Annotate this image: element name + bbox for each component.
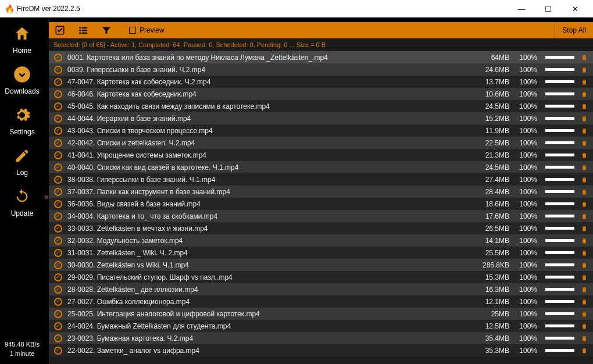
status-icon — [52, 188, 64, 196]
download-row[interactable]: 33-0033. Zettelkästen в мечтах и жизни.m… — [49, 222, 593, 234]
delete-icon[interactable] — [579, 237, 590, 244]
delete-icon[interactable] — [579, 78, 590, 85]
file-size: 17.6MB — [473, 212, 514, 220]
delete-icon[interactable] — [579, 298, 590, 305]
percent: 100% — [514, 115, 541, 123]
select-all-icon[interactable] — [53, 24, 66, 37]
collapse-sidebar-icon[interactable]: « — [44, 192, 49, 201]
delete-icon[interactable] — [579, 176, 590, 183]
nav-home[interactable]: Home — [12, 23, 33, 55]
percent: 100% — [514, 151, 541, 159]
download-row[interactable]: 23-0023. Бумажная картотека. Ч.2.mp435.4… — [49, 332, 593, 344]
file-size: 286.8KB — [473, 261, 514, 269]
delete-icon[interactable] — [579, 311, 590, 317]
download-row[interactable]: 42-0042. Списки и zettelkästen. Ч.2.mp42… — [49, 137, 593, 149]
download-row[interactable]: 0001. Картотека или база знаний по метод… — [49, 51, 593, 63]
delete-icon[interactable] — [579, 249, 590, 256]
progress-bar — [545, 166, 574, 169]
delete-icon[interactable] — [579, 274, 590, 281]
download-row[interactable]: 46-0046. Картотека как собеседник.mp410.… — [49, 88, 593, 100]
delete-icon[interactable] — [579, 213, 590, 220]
progress-bar — [545, 263, 574, 266]
delete-icon[interactable] — [579, 335, 590, 342]
close-button[interactable]: ✕ — [562, 0, 588, 17]
download-row[interactable]: 28-0028. Zettelkästen_ две иллюзии.mp416… — [49, 283, 593, 295]
download-row[interactable]: 22-0022. Заметки_ аналог vs цифра.mp435.… — [49, 344, 593, 356]
list-view-icon[interactable] — [77, 24, 90, 37]
file-name: 22-0022. Заметки_ аналог vs цифра.mp4 — [64, 347, 473, 355]
delete-icon[interactable] — [579, 188, 590, 195]
minimize-button[interactable]: — — [508, 0, 535, 17]
status-icon — [52, 322, 64, 330]
percent: 100% — [514, 286, 541, 294]
download-row[interactable]: 40-0040. Списки как вид связей в картоте… — [49, 161, 593, 173]
download-row[interactable]: 41-0041. Упрощение системы заметок.mp421… — [49, 149, 593, 161]
download-row[interactable]: 25-0025. Интеграция аналоговой и цифрово… — [49, 308, 593, 320]
maximize-button[interactable]: ☐ — [535, 0, 562, 17]
delete-icon[interactable] — [579, 115, 590, 122]
delete-icon[interactable] — [579, 103, 590, 110]
delete-icon[interactable] — [579, 262, 590, 269]
progress-bar — [545, 312, 574, 315]
download-row[interactable]: 31-0031. Zettelkästen _ Wiki. Ч. 2.mp425… — [49, 247, 593, 259]
file-size: 28.4MB — [473, 188, 514, 196]
download-row[interactable]: 43-0043. Списки в творческом процессе.mp… — [49, 124, 593, 137]
download-row[interactable]: 37-0037. Папки как инструмент в базе зна… — [49, 185, 593, 198]
preview-toggle[interactable]: Preview — [129, 26, 165, 34]
delete-icon[interactable] — [579, 152, 590, 159]
file-name: 30-0030. Zettelkästen vs Wiki. Ч.1.mp4 — [64, 261, 473, 269]
percent: 100% — [514, 53, 541, 62]
progress-bar — [545, 300, 574, 303]
download-row[interactable]: 0039. Гиперссылки в базе знаний. Ч.2.mp4… — [49, 63, 593, 76]
status-icon — [52, 115, 64, 123]
download-row[interactable]: 45-0045. Как находить связи между запися… — [49, 100, 593, 112]
nav-settings[interactable]: Settings — [9, 105, 34, 136]
delete-icon[interactable] — [579, 164, 590, 171]
download-row[interactable]: 32-0032. Модульность заметок.mp414.1MB10… — [49, 234, 593, 247]
filter-icon[interactable] — [100, 24, 113, 37]
delete-icon[interactable] — [579, 91, 590, 98]
file-name: 31-0031. Zettelkästen _ Wiki. Ч. 2.mp4 — [64, 249, 473, 257]
download-row[interactable]: 30-0030. Zettelkästen vs Wiki. Ч.1.mp428… — [49, 259, 593, 271]
file-name: 43-0043. Списки в творческом процессе.mp… — [64, 127, 473, 135]
delete-icon[interactable] — [579, 225, 590, 232]
progress-bar — [545, 129, 574, 132]
download-list[interactable]: 0001. Картотека или база знаний по метод… — [49, 51, 593, 364]
nav-downloads[interactable]: Downloads — [5, 64, 39, 95]
delete-icon[interactable] — [579, 66, 590, 73]
download-row[interactable]: 47-0047. Картотека как собеседник. Ч.2.m… — [49, 76, 593, 88]
nav-log[interactable]: Log — [12, 145, 33, 177]
nav-home-label: Home — [13, 47, 31, 55]
delete-icon[interactable] — [579, 127, 590, 134]
delete-icon[interactable] — [579, 54, 590, 61]
delete-icon[interactable] — [579, 140, 590, 147]
nav-log-label: Log — [16, 169, 28, 177]
percent: 100% — [514, 322, 541, 330]
percent: 100% — [514, 310, 541, 318]
pencil-icon — [12, 145, 33, 166]
status-icon — [52, 261, 64, 269]
download-row[interactable]: 44-0044. Иерархии в базе знаний.mp415.2M… — [49, 112, 593, 124]
status-icon — [52, 310, 64, 318]
delete-icon[interactable] — [579, 347, 590, 354]
download-row[interactable]: 34-0034. Картотека и то_ что за скобками… — [49, 210, 593, 222]
file-size: 14.1MB — [473, 237, 514, 245]
file-size: 35.3MB — [473, 347, 514, 355]
percent: 100% — [514, 176, 541, 184]
download-row[interactable]: 24-0024. Бумажный Zettelkästen для студе… — [49, 320, 593, 332]
svg-rect-7 — [82, 33, 87, 34]
stop-all-button[interactable]: Stop All — [555, 22, 593, 38]
progress-bar — [545, 215, 574, 217]
delete-icon[interactable] — [579, 286, 590, 293]
status-icon — [52, 347, 64, 355]
download-row[interactable]: 38-0038. Гиперссылки в базе знаний. Ч.1.… — [49, 173, 593, 185]
download-row[interactable]: 36-0036. Виды связей в базе знаний.mp418… — [49, 198, 593, 210]
progress-bar — [545, 324, 574, 327]
delete-icon[interactable] — [579, 323, 590, 330]
progress-bar — [545, 56, 574, 59]
download-row[interactable]: 29-0029. Писательский ступор. Шарф vs па… — [49, 271, 593, 283]
nav-update[interactable]: Update — [11, 186, 34, 217]
delete-icon[interactable] — [579, 201, 590, 208]
percent: 100% — [514, 188, 541, 196]
download-row[interactable]: 27-0027. Ошибка коллекционера.mp412.1MB1… — [49, 295, 593, 308]
